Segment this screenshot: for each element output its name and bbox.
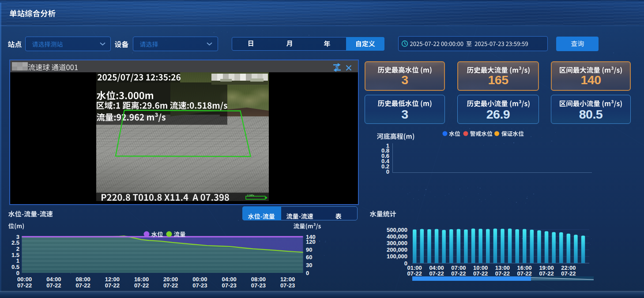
svg-text:07-23: 07-23 [251, 282, 266, 289]
svg-text:04:00: 04:00 [46, 276, 61, 283]
svg-text:04:00: 04:00 [222, 276, 236, 283]
svg-text:07-23: 07-23 [280, 282, 295, 289]
svg-text:300,000: 300,000 [387, 240, 407, 246]
svg-text:07-22: 07-22 [163, 282, 178, 289]
svg-text:200,000: 200,000 [387, 246, 407, 253]
svg-text:07-22: 07-22 [75, 282, 90, 289]
svg-text:07-22: 07-22 [46, 282, 61, 289]
svg-text:07-22: 07-22 [517, 270, 532, 277]
svg-text:12:00: 12:00 [280, 276, 295, 283]
svg-text:00:00: 00:00 [17, 276, 32, 283]
svg-text:07-22: 07-22 [539, 270, 554, 277]
svg-text:20:00: 20:00 [163, 276, 178, 283]
svg-text:120: 120 [306, 238, 316, 245]
svg-text:00:00: 00:00 [192, 276, 207, 283]
svg-text:500,000: 500,000 [387, 227, 407, 233]
svg-text:S: S [335, 65, 339, 70]
svg-text:30: 30 [306, 262, 312, 268]
svg-text:07-23: 07-23 [192, 282, 207, 289]
svg-text:07-22: 07-22 [561, 270, 576, 277]
svg-text:07-22: 07-22 [429, 270, 444, 277]
svg-text:07-22: 07-22 [134, 282, 149, 289]
svg-text:07-22: 07-22 [495, 270, 510, 277]
svg-text:60: 60 [306, 254, 312, 261]
svg-text:0: 0 [306, 270, 309, 276]
svg-text:08:00: 08:00 [251, 276, 266, 283]
svg-text:16:00: 16:00 [134, 276, 149, 283]
svg-text:100,000: 100,000 [387, 253, 407, 260]
svg-text:07-22: 07-22 [451, 270, 466, 277]
svg-text:08:00: 08:00 [75, 276, 90, 283]
svg-text:07-22: 07-22 [105, 282, 120, 289]
svg-text:07-22: 07-22 [473, 270, 488, 277]
svg-text:07-22: 07-22 [17, 282, 32, 289]
svg-text:400,000: 400,000 [387, 233, 407, 240]
svg-text:07-23: 07-23 [222, 282, 236, 289]
svg-text:90: 90 [306, 246, 312, 253]
svg-text:0: 0 [386, 168, 389, 175]
svg-text:07-22: 07-22 [407, 270, 422, 277]
svg-text:12:00: 12:00 [105, 276, 120, 283]
svg-text:0: 0 [16, 270, 19, 276]
